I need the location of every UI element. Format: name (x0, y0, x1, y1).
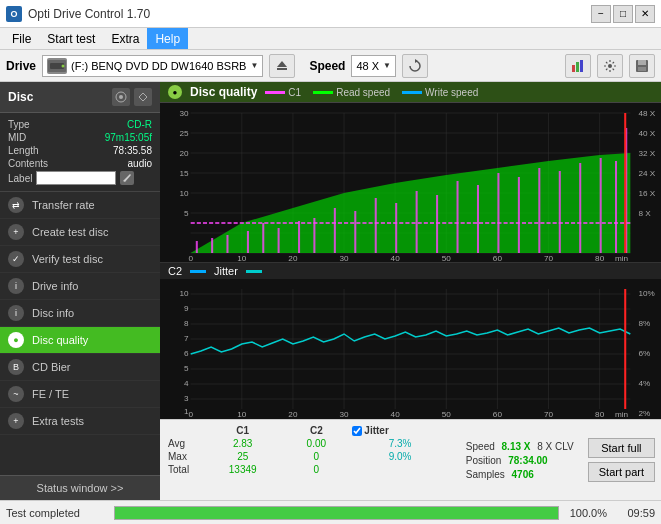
c2-jitter-header: C2 Jitter (160, 263, 661, 279)
type-row: Type CD-R (8, 119, 152, 130)
title-bar-left: O Opti Drive Control 1.70 (6, 6, 150, 22)
disc-quality-icon: ● (8, 332, 24, 348)
svg-rect-57 (226, 235, 228, 253)
status-percentage: 100.0% (567, 507, 607, 519)
stats-table: C1 C2 Jitter Avg (166, 424, 452, 496)
disc-icon-1[interactable] (112, 88, 130, 106)
svg-text:60: 60 (493, 410, 503, 419)
sidebar-item-drive-info[interactable]: i Drive info (0, 273, 160, 300)
sidebar-item-cd-bier[interactable]: B CD Bier (0, 354, 160, 381)
svg-text:48 X: 48 X (639, 109, 656, 118)
samples-val: 4706 (512, 469, 534, 480)
status-text: Test completed (6, 507, 106, 519)
svg-text:32 X: 32 X (639, 149, 656, 158)
menu-bar: File Start test Extra Help (0, 28, 661, 50)
svg-text:20: 20 (288, 410, 298, 419)
mid-value: 97m15:05f (105, 132, 152, 143)
menu-start-test[interactable]: Start test (39, 28, 103, 49)
status-window-button[interactable]: Status window >> (0, 475, 160, 500)
progress-bar-container (114, 506, 559, 520)
action-buttons: Start full Start part (588, 424, 655, 496)
refresh-button[interactable] (402, 54, 428, 78)
eject-button[interactable] (269, 54, 295, 78)
maximize-button[interactable]: □ (613, 5, 633, 23)
svg-rect-68 (436, 195, 438, 253)
sidebar-item-transfer-rate[interactable]: ⇄ Transfer rate (0, 192, 160, 219)
label-edit-icon[interactable] (120, 171, 134, 185)
menu-file[interactable]: File (4, 28, 39, 49)
label-input[interactable] (36, 171, 116, 185)
svg-text:40 X: 40 X (639, 129, 656, 138)
app-name: Opti Drive Control (28, 7, 123, 21)
drive-info-label: Drive info (32, 280, 78, 292)
sidebar-item-fe-te[interactable]: ~ FE / TE (0, 381, 160, 408)
legend-write-color (402, 91, 422, 94)
drive-text: (F:) BENQ DVD DD DW1640 BSRB (71, 60, 246, 72)
svg-rect-59 (262, 223, 264, 253)
disc-quality-label: Disc quality (32, 334, 88, 346)
graph-button[interactable] (565, 54, 591, 78)
sidebar: Disc Type CD-R MID 97m15:05f Length (0, 82, 160, 500)
jitter-checkbox[interactable] (352, 426, 362, 436)
svg-text:16 X: 16 X (639, 189, 656, 198)
main-content: Disc Type CD-R MID 97m15:05f Length (0, 82, 661, 500)
sidebar-item-disc-info[interactable]: i Disc info (0, 300, 160, 327)
verify-test-disc-label: Verify test disc (32, 253, 103, 265)
app-title: Opti Drive Control 1.70 (28, 7, 150, 21)
status-bar: Test completed 100.0% 09:59 (0, 500, 661, 524)
sidebar-item-create-test-disc[interactable]: + Create test disc (0, 219, 160, 246)
start-part-button[interactable]: Start part (588, 462, 655, 482)
verify-test-disc-icon: ✓ (8, 251, 24, 267)
svg-rect-72 (518, 177, 520, 253)
length-row: Length 78:35.58 (8, 145, 152, 156)
c2-chart-svg: 10 9 8 7 6 5 4 3 1 10% 8% 6% 4% 2% 0 10 … (160, 279, 661, 419)
avg-c2: 0.00 (284, 437, 348, 450)
svg-rect-75 (579, 163, 581, 253)
minimize-button[interactable]: − (591, 5, 611, 23)
drive-select[interactable]: (F:) BENQ DVD DD DW1640 BSRB ▼ (42, 55, 263, 77)
menu-help[interactable]: Help (147, 28, 188, 49)
svg-rect-8 (580, 60, 583, 72)
svg-rect-4 (277, 68, 287, 70)
svg-text:24 X: 24 X (639, 169, 656, 178)
stats-avg-row: Avg 2.83 0.00 7.3% (166, 437, 452, 450)
cd-bier-icon: B (8, 359, 24, 375)
app-icon: O (6, 6, 22, 22)
total-c1: 13349 (201, 463, 284, 476)
contents-value: audio (128, 158, 152, 169)
svg-point-9 (608, 64, 612, 68)
svg-text:6: 6 (184, 349, 189, 358)
start-full-button[interactable]: Start full (588, 438, 655, 458)
save-button[interactable] (629, 54, 655, 78)
samples-row: Samples 4706 (466, 469, 574, 480)
sidebar-item-extra-tests[interactable]: + Extra tests (0, 408, 160, 435)
col-jitter: Jitter (348, 424, 452, 437)
sidebar-item-verify-test-disc[interactable]: ✓ Verify test disc (0, 246, 160, 273)
svg-text:8 X: 8 X (639, 209, 652, 218)
svg-text:15: 15 (180, 169, 190, 178)
close-button[interactable]: ✕ (635, 5, 655, 23)
svg-point-14 (119, 95, 123, 99)
svg-text:2%: 2% (639, 409, 651, 418)
mid-key: MID (8, 132, 26, 143)
svg-text:50: 50 (442, 254, 452, 263)
svg-rect-55 (196, 241, 198, 253)
svg-text:20: 20 (288, 254, 298, 263)
extra-tests-label: Extra tests (32, 415, 84, 427)
settings-button[interactable] (597, 54, 623, 78)
toolbar: Drive (F:) BENQ DVD DD DW1640 BSRB ▼ Spe… (0, 50, 661, 82)
svg-text:0: 0 (188, 254, 193, 263)
sidebar-item-disc-quality[interactable]: ● Disc quality (0, 327, 160, 354)
menu-extra[interactable]: Extra (103, 28, 147, 49)
extra-tests-icon: + (8, 413, 24, 429)
svg-text:30: 30 (339, 254, 349, 263)
speed-mode: 8 X CLV (537, 441, 574, 452)
svg-rect-7 (576, 62, 579, 72)
legend-read-speed: Read speed (313, 87, 390, 98)
window-controls[interactable]: − □ ✕ (591, 5, 655, 23)
mid-row: MID 97m15:05f (8, 132, 152, 143)
stats-total-row: Total 13349 0 (166, 463, 452, 476)
speed-row: Speed 8.13 X 8 X CLV (466, 441, 574, 452)
disc-icon-2[interactable] (134, 88, 152, 106)
speed-select[interactable]: 48 X ▼ (351, 55, 396, 77)
